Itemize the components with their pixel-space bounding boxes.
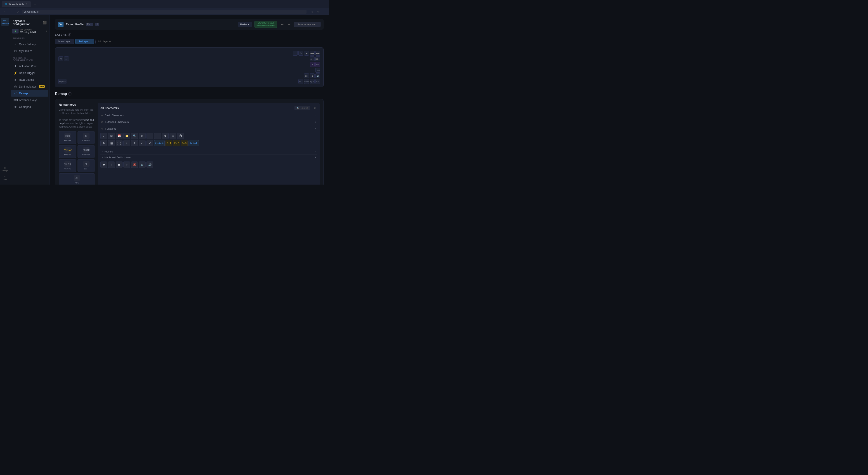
fn-key-search[interactable]: 🔍 xyxy=(131,133,138,139)
key-stop[interactable]: ■ xyxy=(310,62,315,67)
chars-search[interactable]: 🔍 Search xyxy=(294,106,310,110)
browser-tab[interactable]: 🌐 Wootility Web × xyxy=(2,1,31,7)
key-prev2[interactable]: ⏮ xyxy=(304,73,309,78)
key-play-pause[interactable]: ▶⏸ xyxy=(315,62,320,67)
preset-1337[interactable]: ♥ 1337 xyxy=(78,159,95,172)
reload-btn[interactable]: ↺ xyxy=(16,9,20,14)
media-pause[interactable]: ⏸ xyxy=(108,161,115,168)
key-a1[interactable]: A1 xyxy=(64,56,69,61)
fn-key-music[interactable]: ♪ xyxy=(100,133,107,139)
key-vol-down[interactable]: ◀◀ xyxy=(310,51,315,56)
tab-close-btn[interactable]: × xyxy=(25,2,28,6)
extensions-btn[interactable]: ⊡ xyxy=(310,9,315,14)
new-tab-btn[interactable]: + xyxy=(33,2,37,6)
media-vol-up[interactable]: 🔊 xyxy=(147,161,153,168)
fn-key-folder[interactable]: 📁 xyxy=(123,133,130,139)
extended-characters-header[interactable]: æ Extended Characters › xyxy=(100,119,317,125)
fn-key-fn2[interactable]: Fn 2 xyxy=(173,140,180,146)
sidebar-item-actuation-point[interactable]: ⬆ Actuation Point xyxy=(11,63,49,69)
fn-key-power[interactable]: ⏻ xyxy=(177,133,184,139)
fn-key-window[interactable]: ▦ xyxy=(108,140,115,146)
fn-key-cal[interactable]: 📅 xyxy=(116,133,123,139)
add-layer-btn[interactable]: Add layer + xyxy=(95,39,113,44)
key-prev[interactable]: ⏮⏮ xyxy=(310,56,315,61)
key-keylock[interactable]: Key Lock xyxy=(58,79,66,84)
fn-key-fn3[interactable]: Fn 3 xyxy=(181,140,188,146)
key-vol-up[interactable]: ▶▶ xyxy=(315,51,320,56)
fn-key-back[interactable]: ← xyxy=(147,133,153,139)
media-audio-header[interactable]: → Media and Audio control ∨ xyxy=(100,154,317,160)
sidebar-item-light-indicator[interactable]: ◎ Light Indicator NEW xyxy=(11,83,49,90)
fn-key-fn1[interactable]: Fn 1 xyxy=(165,140,172,146)
media-prev[interactable]: ⏮ xyxy=(100,161,107,168)
sidebar-item-quick-settings[interactable]: ≡ Quick Settings xyxy=(11,41,49,48)
fn-key-apps[interactable]: ⋮⋮ xyxy=(116,140,123,146)
functions-header[interactable]: ⚙ Functions ∨ xyxy=(100,126,317,131)
sidebar-icon-settings[interactable]: ⚙ Settings xyxy=(1,165,9,173)
preset-default[interactable]: ⌨ Default xyxy=(59,131,76,144)
fn-layer-btn[interactable]: Fn Layer 1 xyxy=(75,39,94,44)
key-a0[interactable]: A0 xyxy=(58,56,63,61)
key-pgup[interactable]: PgUp xyxy=(315,68,320,72)
menu-btn[interactable]: ⋮ xyxy=(322,9,327,14)
undo-btn[interactable]: ↩ xyxy=(280,22,285,27)
basic-chars-cat-icon: A xyxy=(101,114,103,117)
key-vol-down2[interactable]: ◀ xyxy=(310,73,315,78)
basic-characters-header[interactable]: A Basic Characters › xyxy=(100,113,317,118)
key-task[interactable]: ⧉ xyxy=(298,51,303,56)
media-mute[interactable]: 🔇 xyxy=(131,161,138,168)
fn-key-scroll-lock[interactable]: ⇅ xyxy=(100,140,107,146)
fn-key-key-lock[interactable]: Key Lock xyxy=(154,140,164,146)
sidebar-item-rgb-effects[interactable]: ◈ RGB Effects xyxy=(11,77,49,83)
fn-key-browser[interactable]: ⊕ xyxy=(139,133,146,139)
fn-key-bookmark[interactable]: ☆ xyxy=(169,133,176,139)
media-vol-down[interactable]: 🔉 xyxy=(139,161,146,168)
sidebar-icon-help[interactable]: ? Help xyxy=(1,174,9,182)
preset-function[interactable]: ⚙ Function xyxy=(78,131,95,144)
radio-select[interactable]: Radio ▼ xyxy=(238,22,252,27)
key-back[interactable]: ◀ xyxy=(304,51,309,56)
forward-btn[interactable]: → xyxy=(9,9,13,14)
content-topbar: W Typing Profile Fn 1 1 Radio ▼ WOOTILIT… xyxy=(55,19,324,30)
sidebar-icon-keyboard[interactable]: ⌨ Keyboard xyxy=(1,18,9,26)
sidebar-item-gamepad[interactable]: ⊕ Gamepad xyxy=(11,103,49,110)
device-section[interactable]: My devices Wooting 80HE › xyxy=(10,27,49,35)
redo-btn[interactable]: ↪ xyxy=(286,22,292,27)
fn-key-brightness-up[interactable]: ✦ xyxy=(123,140,130,146)
sidebar-item-my-profiles[interactable]: ◻ My Profiles xyxy=(11,48,49,54)
fn-key-arrow1[interactable]: ↙ xyxy=(139,140,146,146)
chars-close-btn[interactable]: × xyxy=(313,106,317,110)
key-next[interactable]: ⏭⏭ xyxy=(315,56,320,61)
preset-dvorak[interactable]: DVORAK Dvorak xyxy=(59,145,76,158)
device-chevron-icon[interactable]: › xyxy=(46,30,47,32)
back-btn[interactable]: ← xyxy=(3,9,7,14)
fn-key-refresh[interactable]: ↺ xyxy=(162,133,168,139)
fn-key-brightness-down[interactable]: ❋ xyxy=(131,140,138,146)
key-end[interactable]: End xyxy=(315,79,320,84)
bookmark-btn[interactable]: ☆ xyxy=(316,9,320,14)
key-fn1[interactable]: Fn 1 xyxy=(298,79,303,84)
address-bar[interactable]: v5.wootility.io xyxy=(22,10,307,14)
profile-logo: W xyxy=(58,22,64,27)
media-stop[interactable]: ⏹ xyxy=(116,161,123,168)
key-pgdn[interactable]: PgDn xyxy=(310,79,315,84)
fn-key-fn-lock[interactable]: Fn Lock xyxy=(188,140,199,146)
profiles-row[interactable]: → Profiles › xyxy=(100,149,317,154)
fn-key-fwd[interactable]: → xyxy=(154,133,161,139)
key-undo[interactable]: ↩ xyxy=(293,51,298,56)
preset-colemak[interactable]: ARSTD Colemak xyxy=(78,145,95,158)
preset-abc[interactable]: Ab ABC xyxy=(59,173,95,184)
sidebar-item-advanced-keys[interactable]: ⌨ Advanced keys xyxy=(11,97,49,103)
all-chars-panel: All Characters 🔍 Search × xyxy=(98,103,320,184)
main-layer-btn[interactable]: Main Layer xyxy=(55,39,74,44)
fn-key-mail[interactable]: ✉ xyxy=(108,133,115,139)
save-to-keyboard-btn[interactable]: Save to Keyboard xyxy=(294,22,320,27)
media-next[interactable]: ⏭ xyxy=(123,161,130,168)
fn-key-arrow2[interactable]: ↗ xyxy=(147,140,153,146)
preset-ashtg[interactable]: ASHTG ASHTG xyxy=(59,159,76,172)
chars-header: All Characters 🔍 Search × xyxy=(100,106,317,110)
key-home[interactable]: Home xyxy=(304,79,309,84)
sidebar-item-rapid-trigger[interactable]: ⚡ Rapid Trigger xyxy=(11,70,49,76)
sidebar-item-remap[interactable]: ⇄ Remap xyxy=(11,90,49,96)
key-vol-up2[interactable]: 🔊 xyxy=(315,73,320,78)
